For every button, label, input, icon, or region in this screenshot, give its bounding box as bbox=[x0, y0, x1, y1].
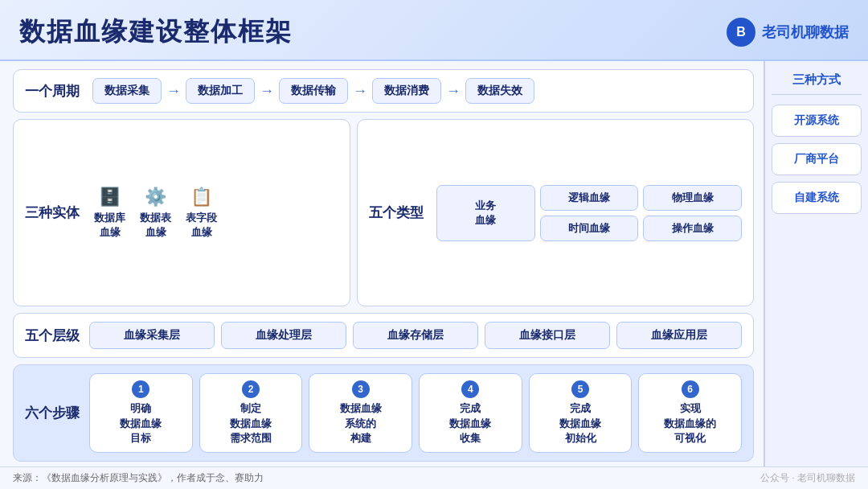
level-5: 血缘应用层 bbox=[616, 322, 742, 349]
row-two: 三种实体 🗄️ 数据库血缘 ⚙️ 数据表血缘 📋 表字段血缘 bbox=[13, 119, 754, 306]
step-label-6: 实现数据血缘的可视化 bbox=[664, 401, 716, 446]
left-panel: 一个周期 数据采集 → 数据加工 → 数据传输 → 数据消费 → 数据失效 三种… bbox=[0, 61, 764, 466]
table-icon: ⚙️ bbox=[145, 187, 166, 208]
arrow-3: → bbox=[353, 83, 367, 100]
right-item-opensource[interactable]: 开源系统 bbox=[772, 105, 862, 137]
level-items: 血缘采集层 血缘处理层 血缘存储层 血缘接口层 血缘应用层 bbox=[89, 322, 742, 349]
entity-label: 三种实体 bbox=[25, 203, 81, 222]
row-cycle: 一个周期 数据采集 → 数据加工 → 数据传输 → 数据消费 → 数据失效 bbox=[13, 69, 754, 113]
logo: B 老司机聊数据 bbox=[727, 18, 849, 47]
step-label-3: 数据血缘系统的构建 bbox=[340, 401, 382, 446]
flow-item-4: 数据消费 bbox=[372, 78, 441, 104]
entity-field: 📋 表字段血缘 bbox=[186, 187, 217, 240]
arrow-2: → bbox=[260, 83, 274, 100]
step-6: 6 实现数据血缘的可视化 bbox=[638, 373, 742, 453]
level-4: 血缘接口层 bbox=[485, 322, 610, 349]
field-label: 表字段血缘 bbox=[186, 211, 217, 240]
step-1: 1 明确数据血缘目标 bbox=[89, 373, 193, 453]
levels-label: 五个层级 bbox=[25, 327, 81, 345]
table-label: 数据表血缘 bbox=[140, 211, 171, 240]
type-business: 业务血缘 bbox=[436, 185, 535, 241]
field-icon: 📋 bbox=[190, 187, 212, 208]
entity-db: 🗄️ 数据库血缘 bbox=[94, 187, 125, 240]
cycle-flow: 数据采集 → 数据加工 → 数据传输 → 数据消费 → 数据失效 bbox=[92, 78, 742, 104]
type-time: 时间血缘 bbox=[540, 216, 639, 241]
entity-items: 🗄️ 数据库血缘 ⚙️ 数据表血缘 📋 表字段血缘 bbox=[94, 187, 217, 240]
type-section: 五个类型 逻辑血缘 物理血缘 业务血缘 时间血缘 操作血缘 bbox=[357, 119, 754, 306]
steps-label: 六个步骤 bbox=[25, 404, 81, 422]
step-label-4: 完成数据血缘收集 bbox=[449, 401, 491, 446]
entity-table: ⚙️ 数据表血缘 bbox=[140, 187, 171, 240]
flow-item-2: 数据加工 bbox=[186, 78, 255, 104]
arrow-4: → bbox=[446, 83, 461, 100]
row-steps: 六个步骤 1 明确数据血缘目标 2 制定数据血缘需求范围 3 数据血缘系统的构建… bbox=[13, 364, 754, 462]
arrow-1: → bbox=[166, 83, 181, 100]
level-1: 血缘采集层 bbox=[89, 322, 215, 349]
footer-watermark: 公众号 · 老司机聊数据 bbox=[760, 471, 855, 485]
step-num-4: 4 bbox=[461, 380, 479, 398]
step-num-3: 3 bbox=[352, 380, 370, 398]
step-num-2: 2 bbox=[242, 380, 260, 398]
step-num-6: 6 bbox=[682, 380, 699, 398]
cycle-label: 一个周期 bbox=[25, 82, 81, 101]
right-item-selfbuild[interactable]: 自建系统 bbox=[772, 182, 862, 214]
type-logic: 逻辑血缘 bbox=[540, 185, 639, 211]
footer: 来源：《数据血缘分析原理与实践》，作者成于念、赛助力 公众号 · 老司机聊数据 bbox=[0, 466, 868, 489]
flow-item-1: 数据采集 bbox=[92, 78, 162, 104]
type-grid: 逻辑血缘 物理血缘 业务血缘 时间血缘 操作血缘 bbox=[436, 185, 742, 241]
level-2: 血缘处理层 bbox=[221, 322, 346, 349]
entity-section: 三种实体 🗄️ 数据库血缘 ⚙️ 数据表血缘 📋 表字段血缘 bbox=[13, 119, 350, 306]
logo-text: 老司机聊数据 bbox=[762, 23, 849, 42]
footer-source: 来源：《数据血缘分析原理与实践》，作者成于念、赛助力 bbox=[13, 471, 264, 485]
db-label: 数据库血缘 bbox=[94, 211, 125, 240]
right-panel: 三种方式 开源系统 厂商平台 自建系统 bbox=[764, 61, 868, 466]
flow-item-3: 数据传输 bbox=[279, 78, 348, 104]
step-4: 4 完成数据血缘收集 bbox=[419, 373, 522, 453]
type-operation: 操作血缘 bbox=[643, 216, 742, 241]
step-label-2: 制定数据血缘需求范围 bbox=[230, 401, 272, 446]
step-items: 1 明确数据血缘目标 2 制定数据血缘需求范围 3 数据血缘系统的构建 4 完成… bbox=[89, 373, 742, 453]
right-item-vendor[interactable]: 厂商平台 bbox=[772, 143, 862, 175]
step-2: 2 制定数据血缘需求范围 bbox=[199, 373, 303, 453]
right-panel-title: 三种方式 bbox=[772, 69, 862, 95]
logo-icon: B bbox=[727, 18, 755, 47]
step-num-5: 5 bbox=[571, 380, 589, 398]
level-3: 血缘存储层 bbox=[353, 322, 478, 349]
db-icon: 🗄️ bbox=[99, 187, 121, 208]
main-content: 一个周期 数据采集 → 数据加工 → 数据传输 → 数据消费 → 数据失效 三种… bbox=[0, 61, 868, 466]
step-3: 3 数据血缘系统的构建 bbox=[309, 373, 412, 453]
row-levels: 五个层级 血缘采集层 血缘处理层 血缘存储层 血缘接口层 血缘应用层 bbox=[13, 313, 754, 358]
flow-item-5: 数据失效 bbox=[465, 78, 534, 104]
step-num-1: 1 bbox=[132, 380, 149, 398]
page-title: 数据血缘建设整体框架 bbox=[19, 14, 293, 50]
step-label-1: 明确数据血缘目标 bbox=[120, 401, 162, 446]
type-label: 五个类型 bbox=[369, 203, 425, 222]
step-5: 5 完成数据血缘初始化 bbox=[529, 373, 633, 453]
header: 数据血缘建设整体框架 B 老司机聊数据 bbox=[0, 0, 868, 61]
type-physical: 物理血缘 bbox=[643, 185, 742, 211]
step-label-5: 完成数据血缘初始化 bbox=[559, 401, 601, 446]
